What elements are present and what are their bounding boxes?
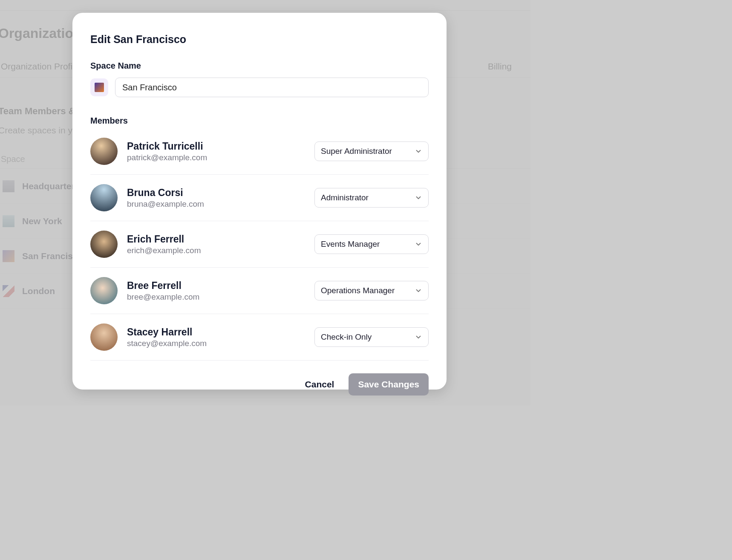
member-email: patrick@example.com [127, 153, 305, 162]
chevron-down-icon [415, 333, 422, 341]
role-select[interactable]: Events Manager [314, 234, 429, 254]
role-select[interactable]: Check-in Only [314, 327, 429, 347]
bridge-icon [95, 83, 104, 92]
space-icon-picker[interactable] [90, 78, 108, 96]
member-email: stacey@example.com [127, 339, 305, 348]
member-email: bree@example.com [127, 292, 305, 302]
member-row: Stacey Harrell stacey@example.com Check-… [90, 314, 429, 361]
role-select[interactable]: Super Administrator [314, 141, 429, 161]
member-name: Patrick Turricelli [127, 140, 305, 153]
role-select[interactable]: Administrator [314, 188, 429, 208]
members-list: Patrick Turricelli patrick@example.com S… [90, 133, 429, 361]
member-name: Bruna Corsi [127, 187, 305, 199]
chevron-down-icon [415, 194, 422, 202]
member-name: Bree Ferrell [127, 280, 305, 292]
member-email: erich@example.com [127, 246, 305, 255]
member-name: Erich Ferrell [127, 233, 305, 246]
member-row: Bree Ferrell bree@example.com Operations… [90, 268, 429, 314]
chevron-down-icon [415, 147, 422, 155]
avatar [90, 323, 118, 351]
role-select[interactable]: Operations Manager [314, 281, 429, 300]
members-label: Members [90, 116, 429, 126]
space-name-label: Space Name [90, 61, 429, 71]
member-name: Stacey Harrell [127, 326, 305, 339]
chevron-down-icon [415, 240, 422, 248]
member-row: Patrick Turricelli patrick@example.com S… [90, 133, 429, 175]
save-changes-button[interactable]: Save Changes [349, 373, 429, 395]
member-row: Erich Ferrell erich@example.com Events M… [90, 221, 429, 268]
chevron-down-icon [415, 287, 422, 294]
cancel-button[interactable]: Cancel [303, 375, 337, 394]
member-email: bruna@example.com [127, 199, 305, 209]
role-value: Administrator [321, 193, 369, 202]
avatar [90, 277, 118, 304]
avatar [90, 231, 118, 258]
space-name-input[interactable] [115, 78, 429, 97]
role-value: Check-in Only [321, 332, 372, 342]
member-row: Bruna Corsi bruna@example.com Administra… [90, 175, 429, 221]
edit-space-modal: Edit San Francisco Space Name Members Pa… [72, 13, 447, 390]
role-value: Super Administrator [321, 147, 392, 156]
avatar [90, 184, 118, 211]
role-value: Events Manager [321, 240, 380, 249]
avatar [90, 138, 118, 165]
modal-title: Edit San Francisco [90, 33, 429, 46]
role-value: Operations Manager [321, 286, 395, 295]
